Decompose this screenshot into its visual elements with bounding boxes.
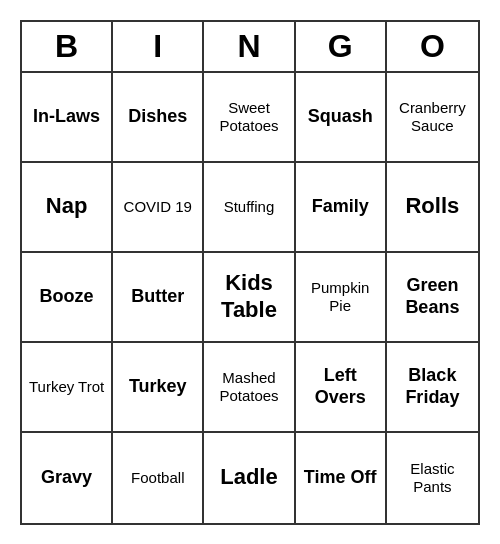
bingo-cell-12[interactable]: Kids Table <box>204 253 295 343</box>
bingo-cell-0[interactable]: In-Laws <box>22 73 113 163</box>
bingo-cell-8[interactable]: Family <box>296 163 387 253</box>
bingo-cell-17[interactable]: Mashed Potatoes <box>204 343 295 433</box>
bingo-cell-19[interactable]: Black Friday <box>387 343 478 433</box>
header-letter-O: O <box>387 22 478 71</box>
bingo-card: BINGO In-LawsDishesSweet PotatoesSquashC… <box>20 20 480 525</box>
bingo-header: BINGO <box>22 22 478 73</box>
bingo-cell-15[interactable]: Turkey Trot <box>22 343 113 433</box>
bingo-cell-2[interactable]: Sweet Potatoes <box>204 73 295 163</box>
bingo-cell-9[interactable]: Rolls <box>387 163 478 253</box>
bingo-cell-10[interactable]: Booze <box>22 253 113 343</box>
bingo-cell-4[interactable]: Cranberry Sauce <box>387 73 478 163</box>
bingo-cell-18[interactable]: Left Overs <box>296 343 387 433</box>
bingo-cell-3[interactable]: Squash <box>296 73 387 163</box>
bingo-cell-21[interactable]: Football <box>113 433 204 523</box>
bingo-cell-20[interactable]: Gravy <box>22 433 113 523</box>
bingo-cell-6[interactable]: COVID 19 <box>113 163 204 253</box>
bingo-cell-5[interactable]: Nap <box>22 163 113 253</box>
bingo-cell-16[interactable]: Turkey <box>113 343 204 433</box>
bingo-cell-7[interactable]: Stuffing <box>204 163 295 253</box>
header-letter-G: G <box>296 22 387 71</box>
bingo-cell-22[interactable]: Ladle <box>204 433 295 523</box>
bingo-cell-13[interactable]: Pumpkin Pie <box>296 253 387 343</box>
header-letter-B: B <box>22 22 113 71</box>
bingo-cell-11[interactable]: Butter <box>113 253 204 343</box>
header-letter-I: I <box>113 22 204 71</box>
bingo-grid: In-LawsDishesSweet PotatoesSquashCranber… <box>22 73 478 523</box>
bingo-cell-14[interactable]: Green Beans <box>387 253 478 343</box>
bingo-cell-1[interactable]: Dishes <box>113 73 204 163</box>
bingo-cell-24[interactable]: Elastic Pants <box>387 433 478 523</box>
header-letter-N: N <box>204 22 295 71</box>
bingo-cell-23[interactable]: Time Off <box>296 433 387 523</box>
